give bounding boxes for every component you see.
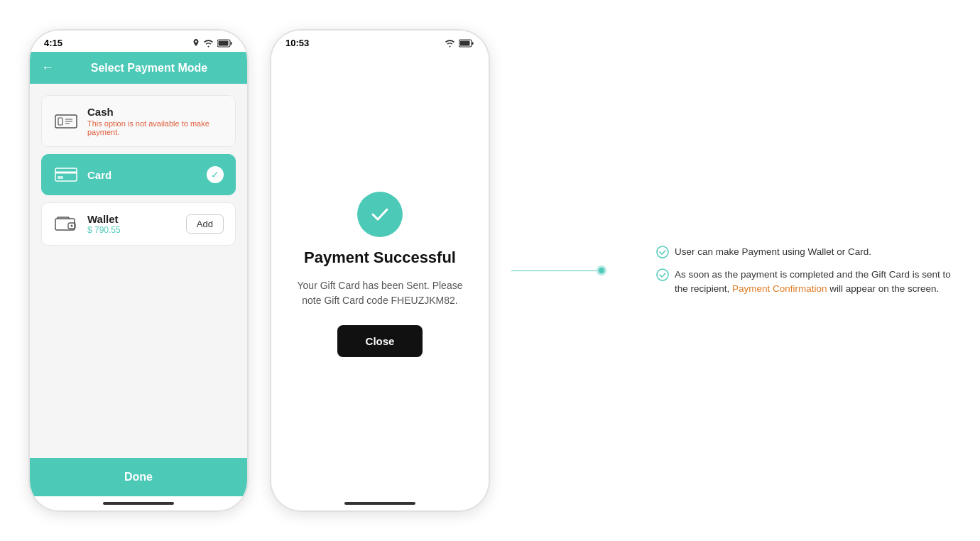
back-button[interactable]: ← [41,60,54,75]
wallet-name: Wallet [87,213,178,225]
annotation-text-1: User can make Payment using Wallet or Ca… [675,245,871,259]
svg-rect-2 [219,40,229,45]
phone-payment-success: 10:53 Pa [270,29,490,512]
svg-rect-1 [231,42,232,45]
wallet-info: Wallet $ 790.55 [87,213,178,235]
status-icons-left [192,39,233,48]
annotation-item-1: User can make Payment using Wallet or Ca… [656,245,952,261]
header-title: Select Payment Mode [62,62,236,75]
svg-rect-19 [460,40,470,45]
success-screen: Payment Successful Your Gift Card has be… [271,52,489,496]
payment-option-wallet[interactable]: Wallet $ 790.55 Add [41,202,236,246]
svg-point-20 [657,246,668,258]
annotation-content: User can make Payment using Wallet or Ca… [656,245,952,297]
success-icon [357,192,403,237]
cash-name: Cash [87,106,224,118]
success-title: Payment Successful [304,248,456,267]
wallet-icon [53,214,79,234]
annotation-text-2: As soon as the payment is completed and … [675,268,952,297]
home-indicator-2 [271,496,489,510]
wifi-icon-2 [445,39,455,48]
location-icon [192,39,200,48]
svg-point-21 [657,269,668,280]
phone-select-payment: 4:15 ← [28,29,249,512]
payment-option-card[interactable]: Card ✓ [41,154,236,195]
done-button[interactable]: Done [30,458,247,496]
cash-info: Cash This option is not available to mak… [87,106,224,136]
success-message: Your Gift Card has been Sent. Please not… [288,278,472,308]
annotation-check-icon-1 [656,246,669,261]
annotation-highlight-orange: Payment Confirmation [732,283,827,294]
status-time-left: 4:15 [44,38,62,48]
app-header: ← Select Payment Mode [30,52,247,84]
svg-rect-4 [58,118,62,125]
card-check-icon: ✓ [207,166,224,183]
svg-rect-8 [55,168,77,181]
status-icons-right [445,39,474,48]
status-time-right: 10:53 [285,38,309,48]
wallet-balance: $ 790.55 [87,225,178,235]
wifi-icon [203,39,214,48]
payment-options-list: Cash This option is not available to mak… [30,84,247,458]
annotation-panel: User can make Payment using Wallet or Ca… [628,245,952,297]
battery-icon-2 [459,39,474,48]
cash-icon [53,111,79,131]
annotation-check-icon-2 [656,268,669,283]
cash-error: This option is not available to make pay… [87,119,224,136]
card-info: Card [87,169,198,181]
battery-icon [217,39,233,48]
connector [511,266,606,275]
payment-option-cash[interactable]: Cash This option is not available to mak… [41,95,236,147]
wallet-add-button[interactable]: Add [186,214,224,234]
card-name: Card [87,169,198,181]
annotation-item-2: As soon as the payment is completed and … [656,268,952,297]
svg-rect-18 [472,42,474,45]
close-button[interactable]: Close [337,325,423,357]
svg-point-13 [71,224,73,226]
card-icon [53,165,79,185]
home-indicator [30,496,247,510]
svg-rect-10 [58,176,63,179]
